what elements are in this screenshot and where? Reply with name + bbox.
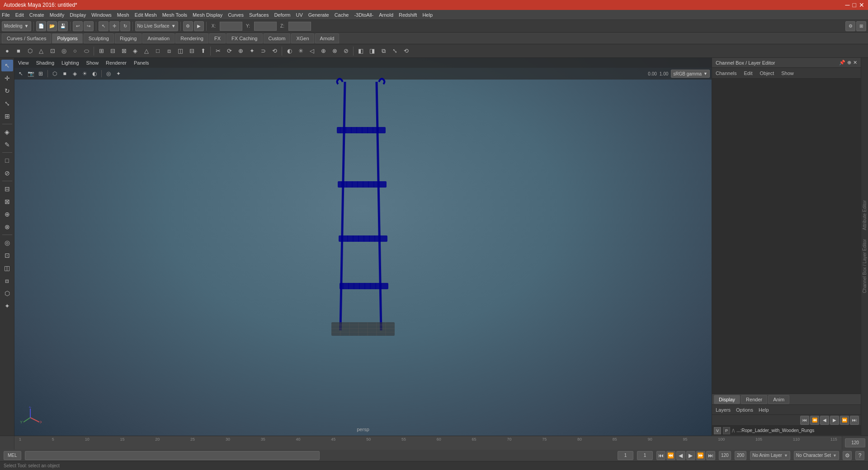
tab-render[interactable]: Render [741,395,767,404]
flip-mesh-btn[interactable]: ⤡ [389,46,400,56]
isolate-select[interactable]: ◎ [1,237,13,249]
x-input[interactable] [220,22,242,31]
character-set-dropdown[interactable]: No Character Set ▼ [794,451,839,460]
frame-end-input[interactable] [637,451,653,460]
cube-icon-btn[interactable]: ■ [13,46,24,56]
grid-settings-button[interactable]: ⊞ [856,21,866,31]
channel-box-pin[interactable]: 📌 [839,60,845,66]
attribute-editor-label[interactable]: Attribute Editor [862,200,867,230]
cone-icon-btn[interactable]: △ [36,46,47,56]
show-manip[interactable]: □ [1,155,13,166]
menu-windows[interactable]: Windows [91,12,112,18]
channel-box-expand[interactable]: ⊕ [847,60,851,66]
new-file-button[interactable]: 📄 [36,21,46,31]
tab-xgen[interactable]: XGen [291,33,314,43]
layer-next-btn[interactable]: ⏩ [840,416,849,425]
vp-aa-btn[interactable]: ✦ [114,69,123,78]
cut-tool-btn[interactable]: ✂ [212,46,223,56]
help-tab[interactable]: Help [759,407,769,413]
menu-cache[interactable]: Cache [335,12,349,18]
menu-create[interactable]: Create [29,12,44,18]
no-live-surface-dropdown[interactable]: No Live Surface ▼ [135,21,178,31]
save-file-button[interactable]: 💾 [58,21,68,31]
multi-cut-btn[interactable]: ✦ [246,46,257,56]
vp-menu-renderer[interactable]: Renderer [106,60,127,66]
menu-3dto-all[interactable]: -3DtoAll- [354,12,373,18]
quadrangulate-btn[interactable]: □ [152,46,163,56]
wedge-btn[interactable]: ◁ [307,46,317,56]
timeline-ruler[interactable]: 1 5 10 15 20 25 30 35 40 45 50 55 60 65 … [14,436,842,450]
menu-display[interactable]: Display [70,12,86,18]
tab-fx-caching[interactable]: FX Caching [226,33,262,43]
menu-surfaces[interactable]: Surfaces [249,12,269,18]
universal-manip[interactable]: ⊞ [1,110,13,122]
extract-btn[interactable]: ⊠ [118,46,129,56]
tab-sculpting[interactable]: Sculpting [84,33,114,43]
tab-arnold[interactable]: Arnold [315,33,340,43]
mirror-btn[interactable]: ⧈ [164,46,175,56]
go-to-start-btn[interactable]: ⏮ [656,451,665,460]
anim-layer-dropdown[interactable]: No Anim Layer ▼ [750,451,790,460]
sphere-icon-btn[interactable]: ● [2,46,13,56]
rotate-tool[interactable]: ↻ [1,85,13,97]
select-tool-button[interactable]: ↖ [99,21,108,31]
layer-row[interactable]: V P /\ ...:Rope_Ladder_with_Wooden_Rungs [712,426,861,436]
vp-menu-shading[interactable]: Shading [36,60,54,66]
menu-edit[interactable]: Edit [15,12,24,18]
loop-cut-btn[interactable]: ⟳ [224,46,235,56]
minimize-button[interactable]: ─ [845,1,850,9]
cb-tab-channels[interactable]: Channels [716,70,736,76]
y-input[interactable] [254,22,277,31]
vp-menu-show[interactable]: Show [86,60,99,66]
merge-btn[interactable]: ⊗ [329,46,340,56]
menu-redshift[interactable]: Redshift [399,12,417,18]
layer-type[interactable]: P [723,427,730,434]
menu-modify[interactable]: Modify [50,12,64,18]
snap-view[interactable]: ⊗ [1,221,13,233]
render-layer[interactable]: ◫ [1,262,13,274]
extrude-btn[interactable]: ⬆ [198,46,208,56]
combine-btn[interactable]: ⊞ [96,46,107,56]
vp-shadow-btn[interactable]: ◐ [90,69,99,78]
menu-deform[interactable]: Deform [274,12,290,18]
menu-uv[interactable]: UV [296,12,302,18]
open-file-button[interactable]: 📂 [47,21,57,31]
layer-first-btn[interactable]: ⏮ [800,416,809,425]
settings-button[interactable]: ⚙ [845,21,855,31]
close-button[interactable]: ✕ [859,1,864,9]
pipe-icon-btn[interactable]: ⬭ [81,46,92,56]
tab-polygons[interactable]: Polygons [52,33,82,43]
menu-generate[interactable]: Generate [308,12,329,18]
menu-curves[interactable]: Curves [228,12,244,18]
paint-select-btn[interactable]: ◨ [367,46,377,56]
tab-curves-surfaces[interactable]: Curves / Surfaces [2,33,51,43]
vp-select-btn[interactable]: ↖ [16,69,25,78]
collapse-btn[interactable]: ⊘ [340,46,351,56]
vp-solid-btn[interactable]: ■ [60,69,69,78]
frame-start-input[interactable] [618,451,633,460]
node-editor[interactable]: ⬡ [1,287,13,299]
timeline-end-frame[interactable]: 120 [845,438,865,447]
conform-btn[interactable]: ⟲ [401,46,411,56]
torus-icon-btn[interactable]: ◎ [58,46,69,56]
target-weld-btn[interactable]: ⊕ [318,46,329,56]
layer-back-btn[interactable]: ◀ [820,416,829,425]
menu-edit-mesh[interactable]: Edit Mesh [135,12,157,18]
gamma-dropdown[interactable]: sRGB gamma ▼ [671,70,710,78]
soft-select[interactable]: ◈ [1,126,13,138]
tab-rendering[interactable]: Rendering [175,33,208,43]
menu-mesh[interactable]: Mesh [117,12,129,18]
script-editor[interactable]: ✦ [1,300,13,312]
vp-menu-view[interactable]: View [18,60,29,66]
layers-tab[interactable]: Layers [716,407,731,413]
vp-camera-btn[interactable]: 📷 [26,69,35,78]
cb-tab-edit[interactable]: Edit [744,70,752,76]
mode-dropdown[interactable]: Modeling ▼ [2,21,31,31]
step-back-btn[interactable]: ⏪ [666,451,675,460]
insert-loop-btn[interactable]: ⊕ [235,46,246,56]
time-display[interactable]: 200 [735,451,747,460]
options-tab[interactable]: Options [736,407,753,413]
disk-icon-btn[interactable]: ○ [70,46,80,56]
layer-visibility[interactable]: V [714,427,721,434]
vp-menu-lighting[interactable]: Lighting [61,60,79,66]
